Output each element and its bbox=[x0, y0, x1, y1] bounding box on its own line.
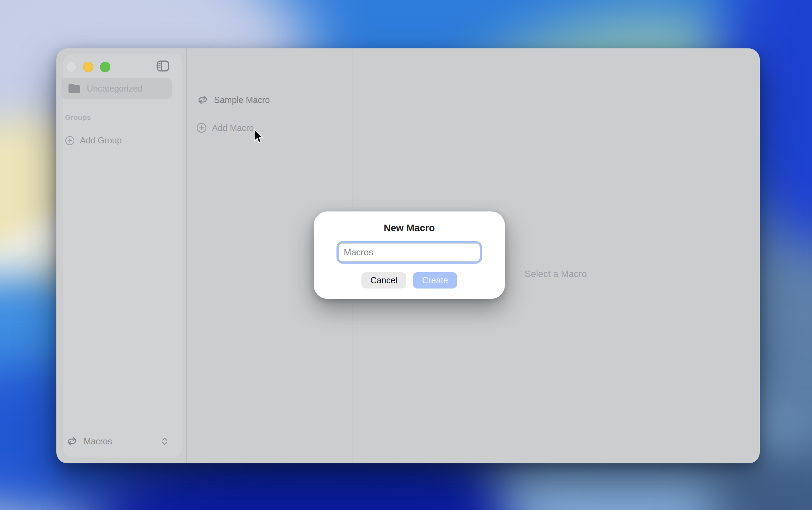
sidebar-item-label: Uncategorized bbox=[87, 84, 142, 94]
mouse-cursor bbox=[253, 129, 264, 144]
add-group-button[interactable]: Add Group bbox=[65, 135, 122, 145]
create-button[interactable]: Create bbox=[413, 272, 457, 289]
macro-name-input[interactable] bbox=[339, 243, 480, 262]
folder-icon bbox=[67, 83, 81, 94]
zoom-button[interactable] bbox=[100, 62, 110, 72]
sidebar-divider bbox=[186, 48, 187, 463]
add-macro-button[interactable]: Add Macro bbox=[196, 123, 254, 133]
window-controls bbox=[66, 62, 110, 72]
plus-circle-icon bbox=[196, 123, 207, 133]
chevron-up-down-icon bbox=[161, 437, 168, 446]
sidebar-item-uncategorized[interactable]: Uncategorized bbox=[61, 78, 172, 99]
macros-selector-label: Macros bbox=[84, 436, 112, 446]
toggle-sidebar-icon[interactable] bbox=[156, 60, 169, 72]
desktop-wallpaper: Uncategorized Groups Add Group Sample Ma… bbox=[0, 0, 812, 510]
close-button[interactable] bbox=[66, 62, 76, 72]
macro-list-item-label: Sample Macro bbox=[214, 95, 270, 105]
groups-section-header: Groups bbox=[65, 113, 91, 122]
macros-selector[interactable]: Macros bbox=[66, 436, 175, 446]
add-macro-label: Add Macro bbox=[212, 123, 254, 133]
cancel-button[interactable]: Cancel bbox=[361, 272, 406, 289]
new-macro-dialog: New Macro Cancel Create bbox=[314, 211, 505, 299]
minimize-button[interactable] bbox=[83, 62, 93, 72]
macro-name-field-ring bbox=[336, 241, 482, 264]
macro-list-item[interactable]: Sample Macro bbox=[196, 95, 270, 105]
add-group-label: Add Group bbox=[80, 135, 122, 145]
plus-circle-icon bbox=[65, 136, 75, 145]
dialog-title: New Macro bbox=[314, 223, 505, 234]
dialog-buttons: Cancel Create bbox=[314, 272, 505, 289]
repeat-icon bbox=[196, 95, 209, 105]
repeat-icon bbox=[66, 436, 78, 446]
